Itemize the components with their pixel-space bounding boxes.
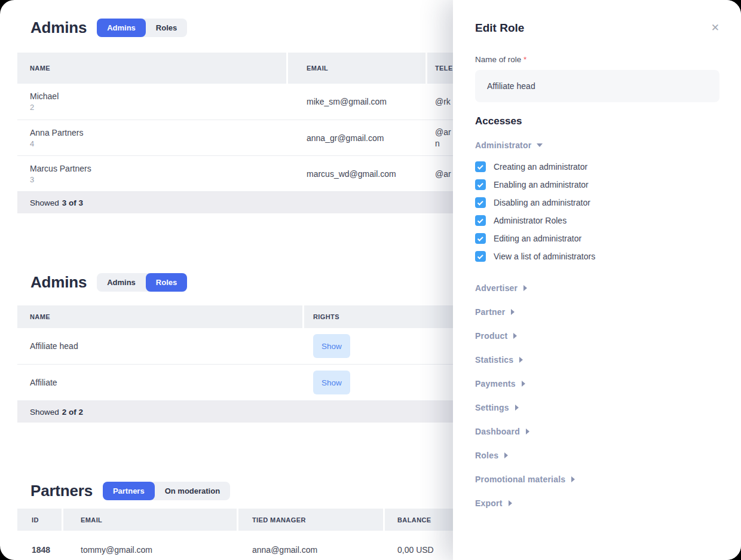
admin-count: 4 <box>30 139 34 148</box>
role-name-input[interactable] <box>475 70 719 102</box>
partner-id: 1848 <box>17 531 62 560</box>
roles-section-header: Admins Admins Roles <box>30 273 187 292</box>
column-header-tied-manager: TIED MANAGER <box>238 509 383 531</box>
admin-telegram: @ar <box>435 127 451 137</box>
tab-roles[interactable]: Roles <box>146 19 187 37</box>
partner-email: tommy@gmail.com <box>63 531 237 560</box>
chevron-down-icon <box>537 143 543 147</box>
chevron-right-icon <box>526 429 529 434</box>
app-window: Admins Admins Roles NAME EMAIL TELEGRAM … <box>0 0 741 560</box>
group-partner[interactable]: Partner <box>475 308 719 316</box>
admin-email: mike_sm@gmail.com <box>288 84 425 120</box>
checkbox-row[interactable]: Enabling an administrator <box>475 179 719 190</box>
chevron-right-icon <box>519 357 523 363</box>
checkbox-checked-icon[interactable] <box>475 161 486 172</box>
partners-section-header: Partners Partners On moderation <box>30 482 230 500</box>
column-header-name: NAME <box>17 305 302 328</box>
required-asterisk: * <box>523 55 526 64</box>
column-header-email: EMAIL <box>288 53 425 84</box>
show-rights-button[interactable]: Show <box>313 371 350 394</box>
chevron-right-icon <box>509 500 512 506</box>
page-title: Admins <box>30 273 87 292</box>
admins-tabgroup: Admins Roles <box>97 19 187 37</box>
chevron-right-icon <box>571 476 575 482</box>
administrator-permissions-list: Creating an administrator Enabling an ad… <box>475 161 719 262</box>
checkbox-row[interactable]: Disabling an administrator <box>475 197 719 208</box>
partner-manager: anna@gmail.com <box>238 531 383 560</box>
checkbox-row[interactable]: Administrator Roles <box>475 215 719 226</box>
group-payments[interactable]: Payments <box>475 380 719 388</box>
admins-section-header: Admins Admins Roles <box>30 19 187 37</box>
partners-tabgroup: Partners On moderation <box>103 482 230 500</box>
group-settings[interactable]: Settings <box>475 403 719 412</box>
admin-telegram: @ar <box>435 169 451 179</box>
admin-telegram-line2: n <box>435 139 440 148</box>
footer-count: 3 of 3 <box>62 198 83 207</box>
admin-email: anna_gr@gmail.com <box>288 120 425 155</box>
group-export[interactable]: Export <box>475 499 719 507</box>
admin-count: 2 <box>30 103 34 112</box>
chevron-right-icon <box>523 285 527 291</box>
group-advertiser[interactable]: Advertiser <box>475 284 719 292</box>
column-header-email: EMAIL <box>63 509 237 531</box>
chevron-right-icon <box>522 381 525 387</box>
admin-name: Marcus Partners <box>30 164 91 173</box>
group-promotional-materials[interactable]: Promotional materials <box>475 475 719 484</box>
group-product[interactable]: Product <box>475 332 719 340</box>
roles-tabgroup: Admins Roles <box>97 273 187 292</box>
chevron-right-icon <box>515 405 519 411</box>
drawer-title: Edit Role <box>475 22 719 35</box>
tab-roles[interactable]: Roles <box>146 273 187 292</box>
admin-telegram: @rk <box>435 97 451 106</box>
accesses-heading: Accesses <box>475 115 719 127</box>
column-header-id: ID <box>17 509 62 531</box>
page-title: Partners <box>30 482 93 500</box>
show-rights-button[interactable]: Show <box>313 334 350 358</box>
group-statistics[interactable]: Statistics <box>475 356 719 364</box>
chevron-right-icon <box>511 309 515 315</box>
edit-role-drawer: Edit Role ✕ Name of role * Accesses Admi… <box>453 0 741 560</box>
chevron-right-icon <box>504 452 508 458</box>
close-icon[interactable]: ✕ <box>711 23 719 33</box>
checkbox-row[interactable]: View a list of administrators <box>475 251 719 262</box>
name-of-role-label: Name of role * <box>475 56 719 64</box>
tab-admins[interactable]: Admins <box>97 19 146 37</box>
checkbox-row[interactable]: Creating an administrator <box>475 161 719 172</box>
chevron-right-icon <box>513 333 517 339</box>
admin-name: Anna Partners <box>30 128 84 137</box>
footer-label: Showed <box>30 408 59 417</box>
group-roles[interactable]: Roles <box>475 451 719 460</box>
checkbox-row[interactable]: Editing an administrator <box>475 233 719 244</box>
checkbox-checked-icon[interactable] <box>475 197 486 208</box>
checkbox-checked-icon[interactable] <box>475 251 486 262</box>
admin-name: Michael <box>30 91 59 101</box>
group-administrator[interactable]: Administrator <box>475 140 719 150</box>
role-name: Affiliate <box>17 365 302 400</box>
tab-on-moderation[interactable]: On moderation <box>155 482 230 500</box>
tab-admins[interactable]: Admins <box>97 273 146 292</box>
checkbox-checked-icon[interactable] <box>475 233 486 244</box>
checkbox-checked-icon[interactable] <box>475 179 486 190</box>
page-title: Admins <box>30 19 87 37</box>
collapsed-groups-list: Advertiser Partner Product Statistics Pa… <box>475 284 719 507</box>
admin-email: marcus_wd@gmail.com <box>288 156 425 191</box>
footer-count: 2 of 2 <box>62 408 83 417</box>
tab-partners[interactable]: Partners <box>103 482 155 500</box>
admin-count: 3 <box>30 175 34 184</box>
checkbox-checked-icon[interactable] <box>475 215 486 226</box>
footer-label: Showed <box>30 198 59 207</box>
group-dashboard[interactable]: Dashboard <box>475 427 719 436</box>
role-name: Affiliate head <box>17 328 302 364</box>
column-header-name: NAME <box>17 53 286 84</box>
